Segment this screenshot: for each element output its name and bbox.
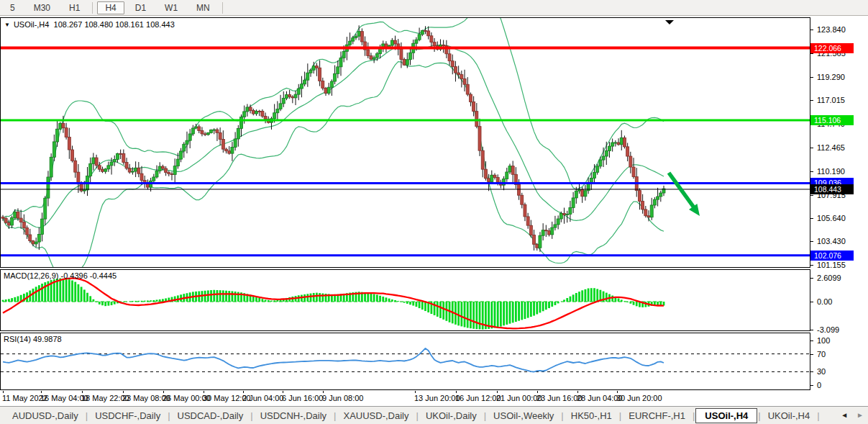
time-axis-label: 23 Jun 16:00	[536, 394, 583, 402]
rsi-axis-tick-mark	[810, 371, 813, 372]
price-axis-tick-mark	[810, 30, 813, 30]
bull-candle	[303, 80, 306, 84]
bull-candle	[213, 130, 216, 130]
bull-candle	[578, 190, 581, 191]
rsi-indicator-pane[interactable]: RSI(14) 49.9878	[0, 333, 810, 390]
time-axis-label: 6 Jun 16:00	[282, 394, 324, 402]
bull-candle	[110, 162, 113, 166]
macd-indicator-pane[interactable]: MACD(12,26,9) -0.4396 -0.4445	[0, 269, 810, 331]
tab-xauusd-daily[interactable]: XAUUSD-,Daily	[337, 409, 415, 423]
bull-candle	[650, 205, 653, 217]
bear-candle	[261, 111, 264, 116]
timeframe-button-h4[interactable]: H4	[97, 1, 124, 14]
bull-candle	[584, 191, 587, 197]
bull-candle	[180, 151, 183, 159]
bear-candle	[442, 45, 445, 45]
bull-candle	[243, 112, 246, 117]
bear-candle	[249, 107, 252, 111]
time-axis[interactable]: 11 May 202216 May 04:0018 May 22:0023 Ma…	[0, 391, 810, 405]
time-tick-mark	[82, 391, 83, 393]
tab-scroll-arrows: ◄►	[841, 411, 864, 419]
time-tick-mark	[577, 391, 578, 393]
rsi-axis-tick-label: 0	[817, 381, 821, 389]
bear-candle	[315, 66, 318, 68]
bear-candle	[128, 168, 131, 172]
tab-ukoil-h4[interactable]: UKOil-,H4	[762, 409, 817, 423]
tab-usoil-h4[interactable]: USOil-,H4	[695, 408, 757, 423]
bull-candle	[339, 58, 342, 66]
bull-candle	[50, 157, 52, 177]
bull-candle	[231, 148, 234, 154]
chart-symbol-label: USOil-,H4	[14, 20, 50, 29]
bull-candle	[210, 130, 213, 132]
price-axis-tick-mark	[810, 265, 813, 266]
timeframe-button-w1[interactable]: W1	[157, 1, 186, 14]
tab-usdcnh-daily[interactable]: USDCNH-,Daily	[254, 409, 333, 423]
tab-eurchf-h1[interactable]: EURCHF-,H1	[622, 409, 692, 423]
bull-candle	[282, 98, 285, 103]
bull-candle	[542, 230, 544, 236]
bull-candle	[173, 166, 176, 175]
bear-candle	[493, 175, 496, 177]
bull-candle	[107, 166, 110, 169]
bull-candle	[337, 67, 339, 73]
bear-candle	[170, 174, 173, 175]
time-tick-mark	[204, 391, 204, 393]
bull-candle	[52, 142, 55, 157]
tab-scroll-left-icon[interactable]: ◄	[841, 411, 848, 419]
bear-candle	[647, 216, 650, 217]
timeframe-button-h1[interactable]: H1	[61, 1, 88, 14]
bull-candle	[349, 41, 352, 45]
price-badge-115-106: 115.106	[810, 115, 854, 125]
bear-candle	[258, 111, 261, 112]
chart-dropdown-icon[interactable]: ▼	[4, 22, 10, 28]
bull-candle	[415, 40, 418, 43]
bear-candle	[563, 213, 566, 215]
bull-candle	[352, 37, 355, 41]
price-axis-tick-mark	[810, 171, 813, 172]
price-chart-pane[interactable]: ▼USOil-,H4 108.267 108.480 108.161 108.4…	[0, 17, 810, 268]
time-tick-mark	[163, 391, 164, 393]
bull-candle	[611, 143, 614, 146]
bull-candle	[92, 158, 95, 163]
bull-candle	[44, 198, 47, 219]
time-axis-label: 16 Jun 12:00	[455, 394, 501, 402]
tab-usdchf-daily[interactable]: USDCHF-,Daily	[88, 409, 167, 423]
bull-candle	[342, 51, 345, 58]
bear-candle	[433, 42, 436, 46]
time-tick-mark	[41, 391, 42, 393]
bull-candle	[569, 207, 572, 214]
tab-usoil-weekly[interactable]: USOil-,Weekly	[487, 409, 560, 423]
price-badge-122-066: 122.066	[810, 43, 854, 53]
tab-scroll-right-icon[interactable]: ►	[856, 411, 864, 419]
tab-audusd-daily[interactable]: AUDUSD-,Daily	[6, 409, 85, 423]
down-arrow-annotation[interactable]	[669, 173, 695, 209]
bull-candle	[186, 140, 188, 144]
bear-candle	[511, 166, 514, 175]
tab-hk50-h1[interactable]: HK50-,H1	[565, 409, 618, 423]
timeframe-button-5[interactable]: 5	[2, 1, 23, 14]
timeframe-button-d1[interactable]: D1	[127, 1, 154, 14]
bull-candle	[37, 234, 40, 242]
bull-candle	[294, 94, 297, 98]
macd-label: MACD(12,26,9) -0.4396 -0.4445	[4, 271, 117, 280]
bull-candle	[206, 132, 209, 135]
timeframe-button-m30[interactable]: M30	[26, 1, 58, 14]
bull-candle	[255, 111, 257, 114]
time-tick-mark	[323, 391, 324, 393]
price-axis[interactable]: 123.840121.565119.290117.015114.740112.4…	[810, 17, 868, 392]
timeframe-button-mn[interactable]: MN	[188, 1, 218, 14]
bull-candle	[116, 153, 119, 159]
bear-candle	[524, 204, 526, 217]
bear-candle	[629, 156, 632, 167]
bear-candle	[367, 50, 370, 55]
price-axis-tick-mark	[810, 100, 813, 101]
bear-candle	[478, 127, 481, 151]
tab-usdcad-daily[interactable]: USDCAD-,Daily	[171, 409, 250, 423]
bull-candle	[300, 84, 303, 89]
bull-candle	[375, 54, 378, 58]
tab-ukoil-daily[interactable]: UKOil-,Daily	[419, 409, 483, 423]
bear-candle	[324, 88, 327, 93]
price-axis-tick-label: 103.430	[817, 237, 846, 245]
top-marker-triangle-icon[interactable]	[665, 20, 674, 24]
